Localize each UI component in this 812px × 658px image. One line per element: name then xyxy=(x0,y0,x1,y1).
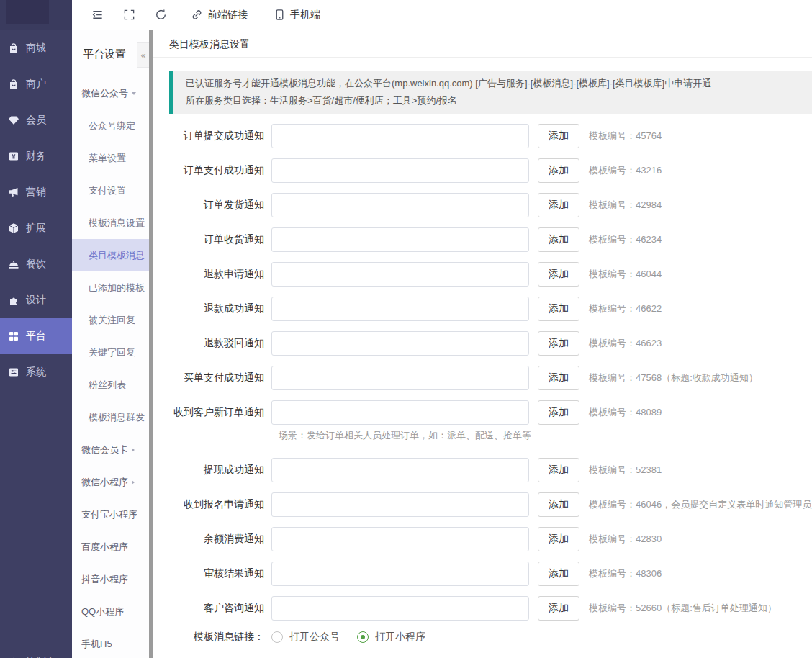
add-button[interactable]: 添加 xyxy=(538,193,579,217)
submenu-item-baidu-miniprogram[interactable]: 百度小程序 xyxy=(72,531,149,563)
form-row-order-received: 订单收货通知 添加 模板编号：46234 xyxy=(161,227,812,252)
sidebar-item-label: 商城 xyxy=(26,42,46,55)
store-bag-icon xyxy=(8,42,19,54)
submenu-collapse-button[interactable]: « xyxy=(137,42,149,68)
submenu-item-keyword-reply[interactable]: 关键字回复 xyxy=(72,336,149,369)
add-button[interactable]: 添加 xyxy=(538,458,579,482)
radio-open-miniprogram[interactable]: 打开小程序 xyxy=(357,631,425,644)
sidebar-item-merchant[interactable]: 商户 xyxy=(0,66,72,102)
fullscreen-icon xyxy=(123,9,135,21)
sidebar-item-dining[interactable]: 餐饮 xyxy=(0,246,72,282)
submenu-item-fans-list[interactable]: 粉丝列表 xyxy=(72,369,149,401)
submenu-item-wechat-miniprogram[interactable]: 微信小程序 xyxy=(72,466,149,498)
add-button[interactable]: 添加 xyxy=(538,492,579,517)
sidebar-item-platform[interactable]: 平台 xyxy=(0,318,72,354)
add-button[interactable]: 添加 xyxy=(538,331,579,356)
add-button[interactable]: 添加 xyxy=(538,366,579,390)
add-button[interactable]: 添加 xyxy=(538,158,579,183)
fullscreen-button[interactable] xyxy=(123,9,135,21)
sidebar-item-system[interactable]: 系统 xyxy=(0,354,72,390)
refresh-button[interactable] xyxy=(155,9,167,21)
finance-icon xyxy=(8,150,19,162)
template-id-input[interactable] xyxy=(271,596,529,621)
field-label: 退款成功通知 xyxy=(161,302,271,315)
submenu-item-added-templates[interactable]: 已添加的模板 xyxy=(72,271,149,304)
notice-line-2: 所在服务类目选择：生活服务>百货/超市/便利店；工具>预约/报名 xyxy=(186,92,799,109)
form-row-review-result: 审核结果通知 添加 模板编号：48306 xyxy=(161,562,812,586)
sidebar-item-marketing[interactable]: 营销 xyxy=(0,174,72,210)
megaphone-icon xyxy=(8,186,19,198)
add-button[interactable]: 添加 xyxy=(538,227,579,252)
template-id-input[interactable] xyxy=(271,400,529,425)
add-button[interactable]: 添加 xyxy=(538,527,579,551)
field-label: 模板消息链接： xyxy=(161,631,271,644)
sidebar-item-design[interactable]: 设计 xyxy=(0,282,72,318)
mobile-view-label: 手机端 xyxy=(290,9,320,22)
template-id-input[interactable] xyxy=(271,492,529,517)
template-id-input[interactable] xyxy=(271,193,529,217)
sidebar-item-finance[interactable]: 财务 xyxy=(0,138,72,174)
right-column: 前端链接 手机端 平台设置 « 微信公众号 公众号绑定 菜单设置 支付设置 模板… xyxy=(72,0,812,658)
submenu-item-official-bind[interactable]: 公众号绑定 xyxy=(72,109,149,142)
submenu-item-menu-settings[interactable]: 菜单设置 xyxy=(72,142,149,174)
template-id-input[interactable] xyxy=(271,297,529,321)
template-id-input[interactable] xyxy=(271,366,529,390)
form-row-balance-consume: 余额消费通知 添加 模板编号：42830 xyxy=(161,527,812,551)
submenu-item-qq-miniprogram[interactable]: QQ小程序 xyxy=(72,595,149,628)
cloche-icon xyxy=(8,258,19,270)
submenu-item-pay-settings[interactable]: 支付设置 xyxy=(72,174,149,207)
puzzle-icon xyxy=(8,294,19,306)
field-label: 订单提交成功通知 xyxy=(161,130,271,143)
add-button[interactable]: 添加 xyxy=(538,596,579,621)
template-id-input[interactable] xyxy=(271,158,529,183)
link-icon xyxy=(191,9,203,21)
add-button[interactable]: 添加 xyxy=(538,400,579,425)
radio-open-official-account[interactable]: 打开公众号 xyxy=(271,631,340,644)
refresh-icon xyxy=(155,9,167,21)
submenu-item-template-msg-settings[interactable]: 模板消息设置 xyxy=(72,207,149,239)
submenu-item-wechat-official[interactable]: 微信公众号 xyxy=(72,77,149,109)
field-label: 客户咨询通知 xyxy=(161,602,271,615)
template-id-input[interactable] xyxy=(271,124,529,148)
frontend-link-button[interactable]: 前端链接 xyxy=(191,9,248,22)
submenu-item-douyin-miniprogram[interactable]: 抖音小程序 xyxy=(72,563,149,595)
mobile-view-button[interactable]: 手机端 xyxy=(274,9,320,22)
notice-banner: 已认证服务号才能开通模板消息功能，在公众平台(mp.weixin.qq.com)… xyxy=(169,71,812,114)
add-button[interactable]: 添加 xyxy=(538,297,579,321)
template-id-input[interactable] xyxy=(271,458,529,482)
submenu-item-template-broadcast[interactable]: 模板消息群发 xyxy=(72,401,149,433)
sidebar-item-label: 扩展 xyxy=(26,222,46,235)
title-divider xyxy=(153,57,812,58)
menu-fold-button[interactable] xyxy=(91,9,104,21)
primary-nav: 商城 商户 会员 财务 营销 扩展 xyxy=(0,30,72,390)
merchant-bag-icon xyxy=(8,78,19,90)
submenu-item-category-template-msg[interactable]: 类目模板消息 xyxy=(72,239,149,271)
template-id-input[interactable] xyxy=(271,262,529,287)
page-title: 类目模板消息设置 xyxy=(161,30,812,57)
sidebar-item-extension[interactable]: 扩展 xyxy=(0,210,72,246)
field-label: 退款驳回通知 xyxy=(161,337,271,350)
sidebar-item-label: 会员 xyxy=(26,114,46,127)
template-id-input[interactable] xyxy=(271,527,529,551)
add-button[interactable]: 添加 xyxy=(538,562,579,586)
sidebar-item-console[interactable]: 控制台 xyxy=(0,648,72,658)
add-button[interactable]: 添加 xyxy=(538,262,579,287)
sidebar-item-label: 平台 xyxy=(26,330,46,343)
template-id-input[interactable] xyxy=(271,227,529,252)
submenu-item-wechat-member-card[interactable]: 微信会员卡 xyxy=(72,433,149,466)
sidebar-item-member[interactable]: 会员 xyxy=(0,102,72,138)
sidebar-item-mall[interactable]: 商城 xyxy=(0,30,72,66)
submenu-item-follow-reply[interactable]: 被关注回复 xyxy=(72,304,149,336)
main-content: 类目模板消息设置 已认证服务号才能开通模板消息功能，在公众平台(mp.weixi… xyxy=(153,30,812,658)
sidebar-item-label: 商户 xyxy=(26,78,46,91)
form-row-bill-paid: 买单支付成功通知 添加 模板编号：47568（标题:收款成功通知） xyxy=(161,366,812,390)
sidebar-item-label: 财务 xyxy=(26,150,46,163)
primary-sidebar: 商城 商户 会员 财务 营销 扩展 xyxy=(0,0,72,658)
submenu-item-mobile-h5[interactable]: 手机H5 xyxy=(72,628,149,658)
submenu-item-alipay-miniprogram[interactable]: 支付宝小程序 xyxy=(72,498,149,531)
template-id-input[interactable] xyxy=(271,331,529,356)
template-note: 模板编号：45764 xyxy=(589,130,662,143)
template-id-input[interactable] xyxy=(271,562,529,586)
template-note: 模板编号：42984 xyxy=(589,199,662,212)
add-button[interactable]: 添加 xyxy=(538,124,579,148)
